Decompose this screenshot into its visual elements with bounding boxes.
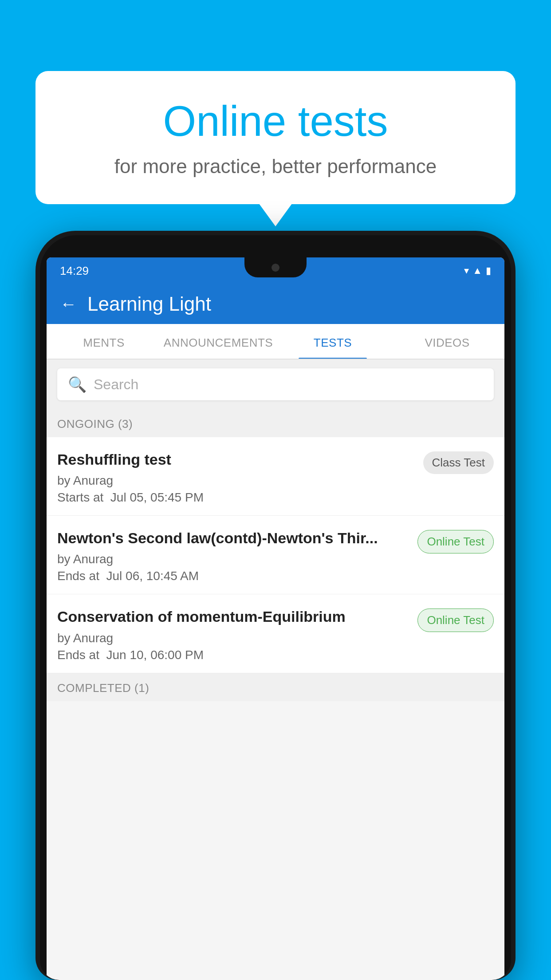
test-item[interactable]: Reshuffling test by Anurag Starts at Jul…	[47, 437, 504, 516]
camera-dot	[272, 264, 279, 272]
status-icons: ▾ ▲ ▮	[464, 265, 491, 277]
wifi-icon: ▾	[464, 265, 469, 277]
test-time-value-1: Jul 05, 05:45 PM	[110, 490, 204, 504]
tab-ments[interactable]: MENTS	[47, 336, 161, 359]
ongoing-section-header: ONGOING (3)	[47, 409, 504, 437]
speech-bubble: Online tests for more practice, better p…	[35, 71, 516, 204]
test-author-2: by Anurag	[57, 552, 409, 566]
notch	[244, 257, 307, 277]
test-info-2: Newton's Second law(contd)-Newton's Thir…	[57, 528, 417, 583]
back-button[interactable]: ←	[60, 295, 77, 314]
test-time-1: Starts at Jul 05, 05:45 PM	[57, 490, 414, 505]
phone-frame: 14:29 ▾ ▲ ▮ ← Learning Light MENTS ANNOU…	[35, 231, 516, 980]
test-item[interactable]: Conservation of momentum-Equilibrium by …	[47, 594, 504, 673]
test-badge-2: Online Test	[417, 530, 494, 553]
test-item[interactable]: Newton's Second law(contd)-Newton's Thir…	[47, 516, 504, 594]
app-header: ← Learning Light	[47, 284, 504, 324]
tabs-bar: MENTS ANNOUNCEMENTS TESTS VIDEOS	[47, 324, 504, 360]
bubble-title: Online tests	[71, 98, 480, 145]
test-author-1: by Anurag	[57, 474, 414, 488]
test-time-label-3: Ends at	[57, 648, 99, 662]
phone-inner: 14:29 ▾ ▲ ▮ ← Learning Light MENTS ANNOU…	[40, 235, 511, 980]
test-time-3: Ends at Jun 10, 06:00 PM	[57, 648, 409, 662]
status-bar: 14:29 ▾ ▲ ▮	[47, 257, 504, 284]
speech-bubble-container: Online tests for more practice, better p…	[35, 71, 516, 204]
search-icon: 🔍	[68, 375, 87, 393]
tab-videos[interactable]: VIDEOS	[390, 336, 504, 359]
test-info-1: Reshuffling test by Anurag Starts at Jul…	[57, 450, 423, 505]
ongoing-label: ONGOING (3)	[57, 417, 133, 431]
test-info-3: Conservation of momentum-Equilibrium by …	[57, 607, 417, 662]
test-time-label-1: Starts at	[57, 490, 103, 504]
signal-icon: ▲	[472, 265, 482, 277]
tab-tests[interactable]: TESTS	[276, 336, 390, 359]
completed-section-header: COMPLETED (1)	[47, 673, 504, 701]
completed-label: COMPLETED (1)	[57, 681, 149, 695]
search-bar[interactable]: 🔍 Search	[57, 368, 494, 400]
test-badge-1: Class Test	[423, 451, 494, 474]
test-badge-3: Online Test	[417, 609, 494, 632]
search-container: 🔍 Search	[47, 360, 504, 409]
test-name-1: Reshuffling test	[57, 450, 414, 469]
bubble-subtitle: for more practice, better performance	[71, 155, 480, 178]
test-list: Reshuffling test by Anurag Starts at Jul…	[47, 437, 504, 673]
search-placeholder: Search	[94, 376, 138, 393]
battery-icon: ▮	[486, 265, 491, 277]
tab-announcements[interactable]: ANNOUNCEMENTS	[161, 336, 276, 359]
phone-screen: 14:29 ▾ ▲ ▮ ← Learning Light MENTS ANNOU…	[47, 257, 504, 980]
test-name-3: Conservation of momentum-Equilibrium	[57, 607, 409, 626]
test-time-value-2: Jul 06, 10:45 AM	[106, 569, 199, 583]
test-time-label-2: Ends at	[57, 569, 99, 583]
test-time-value-3: Jun 10, 06:00 PM	[106, 648, 204, 662]
app-title: Learning Light	[87, 293, 211, 315]
test-name-2: Newton's Second law(contd)-Newton's Thir…	[57, 528, 409, 548]
test-time-2: Ends at Jul 06, 10:45 AM	[57, 569, 409, 583]
status-time: 14:29	[60, 264, 89, 278]
test-author-3: by Anurag	[57, 631, 409, 645]
